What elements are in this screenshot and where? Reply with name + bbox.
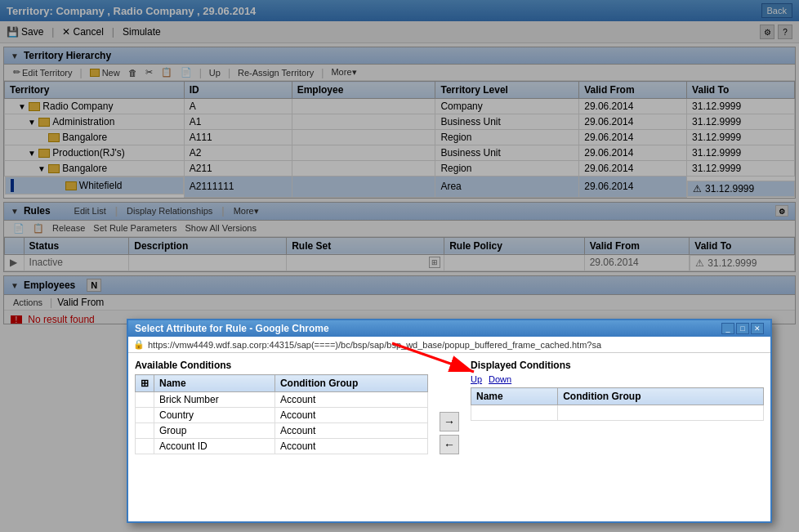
popup-window: Select Attribute for Rule - Google Chrom…	[127, 319, 772, 523]
th-avail-group: Condition Group	[275, 375, 427, 392]
popup-url-bar: 🔒 https://vmw4449.wdf.sap.corp:44315/sap…	[128, 337, 770, 353]
transfer-buttons: → ←	[436, 360, 462, 507]
th-avail-name: Name	[154, 375, 275, 392]
available-conditions-panel: Available Conditions ⊞ Name Condition Gr…	[135, 360, 428, 507]
up-condition-button[interactable]: Up	[471, 374, 482, 384]
th-disp-group: Condition Group	[558, 388, 764, 405]
popup-content: Available Conditions ⊞ Name Condition Gr…	[128, 353, 770, 513]
condition-name: Country	[154, 408, 275, 423]
popup-url: https://vmw4449.wdf.sap.corp:44315/sap(=…	[148, 340, 601, 350]
popup-maximize-button[interactable]: □	[736, 323, 749, 334]
list-item[interactable]: Brick Number Account	[136, 392, 428, 408]
displayed-conditions-panel: Displayed Conditions Up Down Name Condit…	[471, 360, 764, 507]
available-conditions-table: ⊞ Name Condition Group Brick Number Acco…	[135, 374, 428, 454]
condition-name: Brick Number	[154, 392, 275, 408]
transfer-right-button[interactable]: →	[440, 412, 459, 431]
displayed-conditions-title: Displayed Conditions	[471, 360, 764, 371]
popup-title: Select Attribute for Rule - Google Chrom…	[135, 323, 329, 334]
popup-close-button[interactable]: ✕	[751, 323, 764, 334]
available-conditions-title: Available Conditions	[135, 360, 428, 371]
tree-icon: ⊞	[141, 378, 149, 389]
condition-group: Account	[275, 439, 427, 454]
condition-name: Group	[154, 423, 275, 439]
condition-group: Account	[275, 423, 427, 439]
th-disp-name: Name	[471, 388, 558, 405]
ssl-icon: 🔒	[133, 339, 145, 350]
condition-group: Account	[275, 392, 427, 408]
condition-name: Account ID	[154, 439, 275, 454]
condition-group: Account	[275, 408, 427, 423]
popup-minimize-button[interactable]: _	[721, 323, 734, 334]
displayed-conditions-table: Name Condition Group	[471, 387, 764, 421]
list-item[interactable]: Country Account	[136, 408, 428, 423]
down-condition-button[interactable]: Down	[489, 374, 511, 384]
popup-titlebar: Select Attribute for Rule - Google Chrom…	[128, 320, 770, 337]
list-item[interactable]	[471, 405, 764, 421]
list-item[interactable]: Account ID Account	[136, 439, 428, 454]
list-item[interactable]: Group Account	[136, 423, 428, 439]
transfer-left-button[interactable]: ←	[440, 435, 459, 454]
